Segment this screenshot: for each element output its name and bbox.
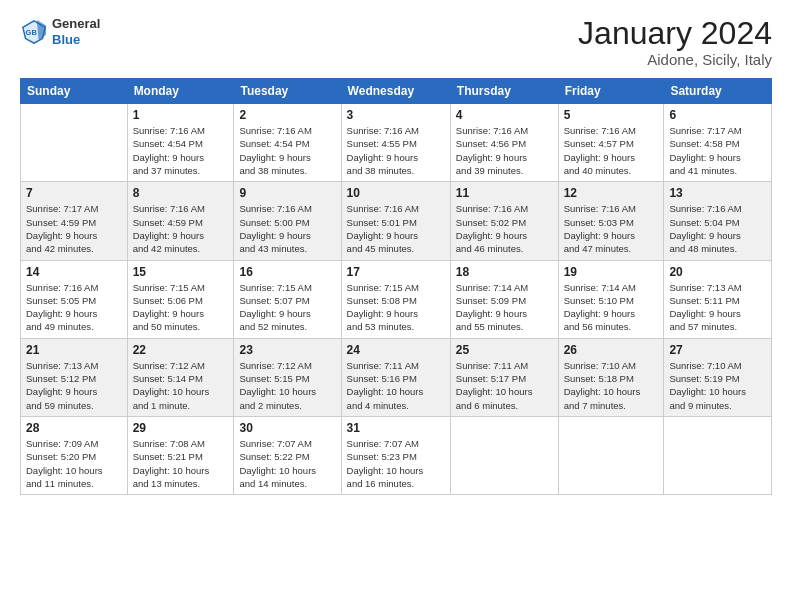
day-number: 11 bbox=[456, 186, 553, 200]
day-info: Sunrise: 7:11 AM Sunset: 5:17 PM Dayligh… bbox=[456, 359, 553, 412]
day-number: 8 bbox=[133, 186, 229, 200]
day-number: 30 bbox=[239, 421, 335, 435]
day-number: 7 bbox=[26, 186, 122, 200]
calendar-table: SundayMondayTuesdayWednesdayThursdayFrid… bbox=[20, 78, 772, 495]
day-info: Sunrise: 7:09 AM Sunset: 5:20 PM Dayligh… bbox=[26, 437, 122, 490]
day-number: 26 bbox=[564, 343, 659, 357]
calendar-cell: 28Sunrise: 7:09 AM Sunset: 5:20 PM Dayli… bbox=[21, 416, 128, 494]
calendar-cell: 12Sunrise: 7:16 AM Sunset: 5:03 PM Dayli… bbox=[558, 182, 664, 260]
calendar-cell: 31Sunrise: 7:07 AM Sunset: 5:23 PM Dayli… bbox=[341, 416, 450, 494]
day-number: 16 bbox=[239, 265, 335, 279]
page: GB General Blue January 2024 Aidone, Sic… bbox=[0, 0, 792, 612]
day-info: Sunrise: 7:16 AM Sunset: 4:59 PM Dayligh… bbox=[133, 202, 229, 255]
calendar-cell: 3Sunrise: 7:16 AM Sunset: 4:55 PM Daylig… bbox=[341, 104, 450, 182]
day-number: 2 bbox=[239, 108, 335, 122]
day-info: Sunrise: 7:16 AM Sunset: 4:54 PM Dayligh… bbox=[239, 124, 335, 177]
calendar-cell: 23Sunrise: 7:12 AM Sunset: 5:15 PM Dayli… bbox=[234, 338, 341, 416]
weekday-header: Saturday bbox=[664, 79, 772, 104]
day-info: Sunrise: 7:14 AM Sunset: 5:09 PM Dayligh… bbox=[456, 281, 553, 334]
calendar-cell: 16Sunrise: 7:15 AM Sunset: 5:07 PM Dayli… bbox=[234, 260, 341, 338]
day-number: 28 bbox=[26, 421, 122, 435]
day-info: Sunrise: 7:16 AM Sunset: 4:54 PM Dayligh… bbox=[133, 124, 229, 177]
day-number: 29 bbox=[133, 421, 229, 435]
logo-text: General Blue bbox=[52, 16, 100, 47]
day-number: 12 bbox=[564, 186, 659, 200]
logo-blue: Blue bbox=[52, 32, 100, 48]
calendar-cell: 24Sunrise: 7:11 AM Sunset: 5:16 PM Dayli… bbox=[341, 338, 450, 416]
calendar-cell: 1Sunrise: 7:16 AM Sunset: 4:54 PM Daylig… bbox=[127, 104, 234, 182]
day-info: Sunrise: 7:16 AM Sunset: 4:55 PM Dayligh… bbox=[347, 124, 445, 177]
calendar-title: January 2024 bbox=[578, 16, 772, 51]
weekday-header: Thursday bbox=[450, 79, 558, 104]
day-info: Sunrise: 7:16 AM Sunset: 5:00 PM Dayligh… bbox=[239, 202, 335, 255]
calendar-cell: 18Sunrise: 7:14 AM Sunset: 5:09 PM Dayli… bbox=[450, 260, 558, 338]
day-info: Sunrise: 7:08 AM Sunset: 5:21 PM Dayligh… bbox=[133, 437, 229, 490]
day-info: Sunrise: 7:14 AM Sunset: 5:10 PM Dayligh… bbox=[564, 281, 659, 334]
day-info: Sunrise: 7:16 AM Sunset: 5:01 PM Dayligh… bbox=[347, 202, 445, 255]
day-info: Sunrise: 7:12 AM Sunset: 5:15 PM Dayligh… bbox=[239, 359, 335, 412]
calendar-cell: 14Sunrise: 7:16 AM Sunset: 5:05 PM Dayli… bbox=[21, 260, 128, 338]
day-number: 13 bbox=[669, 186, 766, 200]
day-number: 5 bbox=[564, 108, 659, 122]
day-info: Sunrise: 7:10 AM Sunset: 5:18 PM Dayligh… bbox=[564, 359, 659, 412]
svg-text:GB: GB bbox=[26, 27, 38, 36]
day-info: Sunrise: 7:16 AM Sunset: 5:02 PM Dayligh… bbox=[456, 202, 553, 255]
calendar-cell: 22Sunrise: 7:12 AM Sunset: 5:14 PM Dayli… bbox=[127, 338, 234, 416]
day-info: Sunrise: 7:16 AM Sunset: 4:56 PM Dayligh… bbox=[456, 124, 553, 177]
weekday-header: Friday bbox=[558, 79, 664, 104]
day-number: 14 bbox=[26, 265, 122, 279]
day-number: 15 bbox=[133, 265, 229, 279]
calendar-row: 14Sunrise: 7:16 AM Sunset: 5:05 PM Dayli… bbox=[21, 260, 772, 338]
day-info: Sunrise: 7:07 AM Sunset: 5:23 PM Dayligh… bbox=[347, 437, 445, 490]
day-number: 20 bbox=[669, 265, 766, 279]
day-info: Sunrise: 7:17 AM Sunset: 4:59 PM Dayligh… bbox=[26, 202, 122, 255]
calendar-cell: 5Sunrise: 7:16 AM Sunset: 4:57 PM Daylig… bbox=[558, 104, 664, 182]
day-number: 24 bbox=[347, 343, 445, 357]
calendar-cell bbox=[558, 416, 664, 494]
calendar-cell: 8Sunrise: 7:16 AM Sunset: 4:59 PM Daylig… bbox=[127, 182, 234, 260]
calendar-cell: 13Sunrise: 7:16 AM Sunset: 5:04 PM Dayli… bbox=[664, 182, 772, 260]
day-info: Sunrise: 7:11 AM Sunset: 5:16 PM Dayligh… bbox=[347, 359, 445, 412]
calendar-cell: 2Sunrise: 7:16 AM Sunset: 4:54 PM Daylig… bbox=[234, 104, 341, 182]
day-info: Sunrise: 7:16 AM Sunset: 5:04 PM Dayligh… bbox=[669, 202, 766, 255]
day-info: Sunrise: 7:13 AM Sunset: 5:11 PM Dayligh… bbox=[669, 281, 766, 334]
calendar-subtitle: Aidone, Sicily, Italy bbox=[578, 51, 772, 68]
day-number: 18 bbox=[456, 265, 553, 279]
calendar-row: 7Sunrise: 7:17 AM Sunset: 4:59 PM Daylig… bbox=[21, 182, 772, 260]
logo-icon: GB bbox=[20, 18, 48, 46]
day-info: Sunrise: 7:07 AM Sunset: 5:22 PM Dayligh… bbox=[239, 437, 335, 490]
calendar-cell: 11Sunrise: 7:16 AM Sunset: 5:02 PM Dayli… bbox=[450, 182, 558, 260]
header: GB General Blue January 2024 Aidone, Sic… bbox=[20, 16, 772, 68]
day-info: Sunrise: 7:17 AM Sunset: 4:58 PM Dayligh… bbox=[669, 124, 766, 177]
day-info: Sunrise: 7:15 AM Sunset: 5:07 PM Dayligh… bbox=[239, 281, 335, 334]
calendar-cell: 6Sunrise: 7:17 AM Sunset: 4:58 PM Daylig… bbox=[664, 104, 772, 182]
day-number: 1 bbox=[133, 108, 229, 122]
day-number: 19 bbox=[564, 265, 659, 279]
day-info: Sunrise: 7:10 AM Sunset: 5:19 PM Dayligh… bbox=[669, 359, 766, 412]
day-number: 25 bbox=[456, 343, 553, 357]
calendar-cell: 30Sunrise: 7:07 AM Sunset: 5:22 PM Dayli… bbox=[234, 416, 341, 494]
calendar-cell: 25Sunrise: 7:11 AM Sunset: 5:17 PM Dayli… bbox=[450, 338, 558, 416]
day-number: 9 bbox=[239, 186, 335, 200]
day-info: Sunrise: 7:16 AM Sunset: 5:05 PM Dayligh… bbox=[26, 281, 122, 334]
title-block: January 2024 Aidone, Sicily, Italy bbox=[578, 16, 772, 68]
calendar-cell: 20Sunrise: 7:13 AM Sunset: 5:11 PM Dayli… bbox=[664, 260, 772, 338]
day-number: 21 bbox=[26, 343, 122, 357]
day-number: 23 bbox=[239, 343, 335, 357]
calendar-cell: 7Sunrise: 7:17 AM Sunset: 4:59 PM Daylig… bbox=[21, 182, 128, 260]
weekday-header: Tuesday bbox=[234, 79, 341, 104]
day-info: Sunrise: 7:16 AM Sunset: 5:03 PM Dayligh… bbox=[564, 202, 659, 255]
day-number: 3 bbox=[347, 108, 445, 122]
calendar-cell: 4Sunrise: 7:16 AM Sunset: 4:56 PM Daylig… bbox=[450, 104, 558, 182]
calendar-cell: 15Sunrise: 7:15 AM Sunset: 5:06 PM Dayli… bbox=[127, 260, 234, 338]
calendar-header-row: SundayMondayTuesdayWednesdayThursdayFrid… bbox=[21, 79, 772, 104]
calendar-cell: 19Sunrise: 7:14 AM Sunset: 5:10 PM Dayli… bbox=[558, 260, 664, 338]
logo-general: General bbox=[52, 16, 100, 32]
calendar-cell: 17Sunrise: 7:15 AM Sunset: 5:08 PM Dayli… bbox=[341, 260, 450, 338]
weekday-header: Sunday bbox=[21, 79, 128, 104]
day-info: Sunrise: 7:15 AM Sunset: 5:06 PM Dayligh… bbox=[133, 281, 229, 334]
calendar-cell bbox=[450, 416, 558, 494]
logo: GB General Blue bbox=[20, 16, 100, 47]
calendar-row: 21Sunrise: 7:13 AM Sunset: 5:12 PM Dayli… bbox=[21, 338, 772, 416]
calendar-cell: 27Sunrise: 7:10 AM Sunset: 5:19 PM Dayli… bbox=[664, 338, 772, 416]
